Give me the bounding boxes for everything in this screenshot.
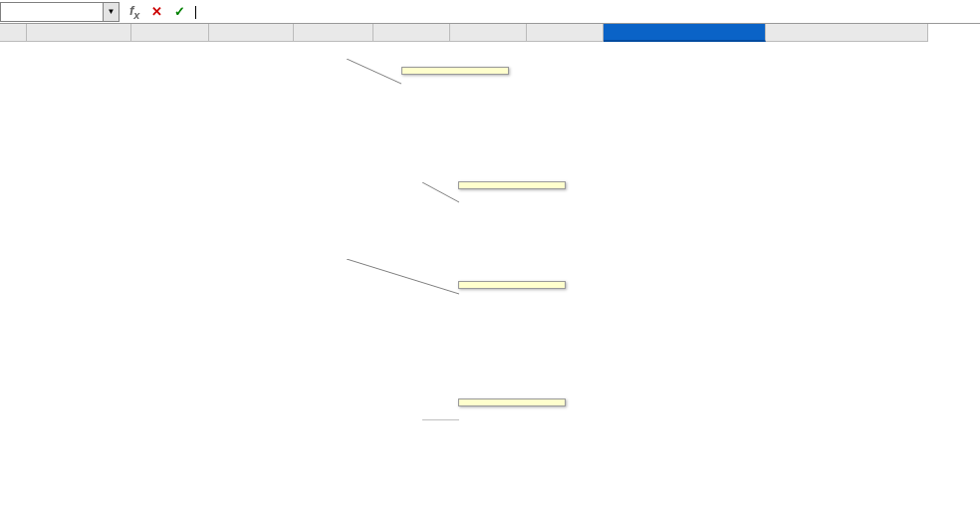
col-header-F[interactable] [450, 24, 527, 42]
cancel-icon[interactable]: ✕ [145, 4, 168, 19]
spreadsheet-grid [0, 24, 980, 42]
col-header-B[interactable] [131, 24, 209, 42]
comment-popup-2 [458, 181, 566, 189]
comment-leader-1 [347, 59, 401, 109]
formula-bar: ▼ fx ✕ ✓ [0, 0, 980, 24]
col-header-D[interactable] [294, 24, 373, 42]
column-headers [0, 24, 980, 42]
comment-popup-3 [458, 281, 566, 289]
name-box-dropdown[interactable]: ▼ [103, 3, 119, 21]
name-box[interactable]: ▼ [0, 2, 120, 22]
formula-input[interactable] [191, 4, 980, 18]
check-icon[interactable]: ✓ [168, 4, 191, 19]
col-header-G[interactable] [527, 24, 604, 42]
comment-leader-4 [422, 419, 459, 437]
comment-popup-4 [458, 398, 566, 406]
col-header-H[interactable] [604, 24, 766, 42]
col-header-I[interactable] [766, 24, 928, 42]
col-header-E[interactable] [373, 24, 450, 42]
col-header-C[interactable] [209, 24, 294, 42]
comment-popup-1 [401, 67, 509, 75]
comment-leader-3 [347, 259, 459, 314]
col-header-A[interactable] [27, 24, 131, 42]
comment-leader-2 [422, 182, 459, 222]
fx-icon[interactable]: fx [123, 3, 145, 21]
select-all-corner[interactable] [0, 24, 27, 42]
